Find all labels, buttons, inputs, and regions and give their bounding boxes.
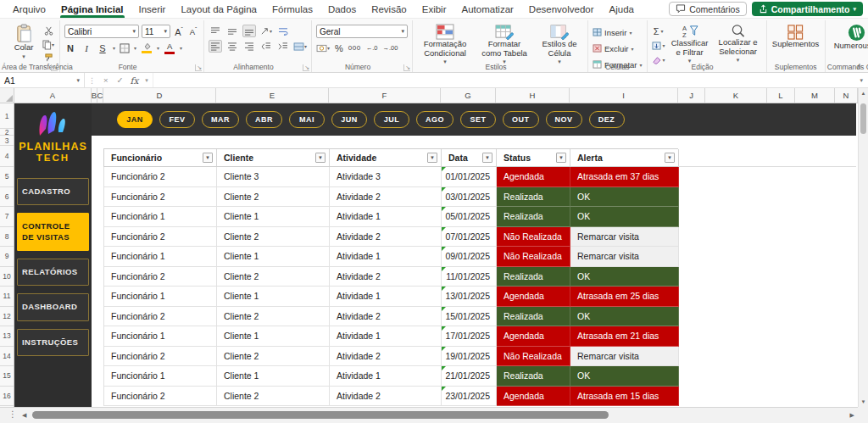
cell-funcionario[interactable]: Funcionário 2 [104, 167, 217, 187]
ribbon-tab[interactable]: Revisão [364, 0, 415, 18]
cell-alerta[interactable]: OK [570, 307, 679, 327]
ribbon-tab[interactable]: Desenvolvedor [521, 0, 602, 18]
cell-cliente[interactable]: Cliente 3 [217, 167, 330, 187]
addins-button[interactable]: Suplementos [771, 22, 821, 51]
align-top-button[interactable] [209, 25, 222, 37]
align-center-button[interactable] [225, 40, 239, 53]
font-color-button[interactable]: A [164, 42, 175, 54]
cell-atividade[interactable]: Atividade 2 [330, 307, 442, 327]
cell-atividade[interactable]: Atividade 1 [330, 326, 442, 347]
ribbon-tab[interactable]: Exibir [415, 0, 454, 18]
cell-alerta[interactable]: OK [570, 207, 679, 227]
month-button[interactable]: ABR [246, 111, 282, 128]
row-header[interactable]: 15 [0, 366, 14, 387]
ribbon-tab[interactable]: Página Inicial [53, 0, 131, 18]
cell-data[interactable]: 05/01/2025 [442, 207, 497, 227]
column-header[interactable]: A [14, 88, 92, 103]
column-header[interactable]: N [835, 88, 858, 103]
cell-status[interactable]: Agendada [497, 387, 570, 407]
orientation-button[interactable]: ▾ [259, 25, 273, 37]
bold-button[interactable]: N [64, 43, 76, 53]
cell-cliente[interactable]: Cliente 2 [217, 347, 330, 367]
row-header[interactable]: 1 [0, 103, 14, 129]
row-header[interactable]: 9 [0, 247, 14, 267]
row-header[interactable]: 14 [0, 347, 14, 367]
ribbon-tab[interactable]: Arquivo [5, 0, 53, 18]
month-button[interactable]: DEZ [589, 111, 625, 128]
cell-atividade[interactable]: Atividade 2 [330, 187, 442, 208]
vertical-scroll-thumb[interactable] [860, 103, 866, 134]
cell-data[interactable]: 15/01/2025 [442, 307, 497, 327]
cell-data[interactable]: 21/01/2025 [442, 366, 497, 387]
filter-icon[interactable]: ▼ [482, 153, 492, 163]
wrap-text-button[interactable] [276, 25, 290, 37]
scroll-down-icon[interactable]: ▼ [859, 399, 868, 404]
row-header[interactable]: 10 [0, 267, 14, 287]
scrollbar-splitter-icon[interactable]: ⋮ [8, 409, 17, 419]
sidebar-nav-item[interactable]: CADASTRO [17, 178, 89, 205]
month-button[interactable]: MAR [202, 111, 239, 128]
conditional-formatting-button[interactable]: Formatação Condicional ▾ [417, 22, 473, 67]
filter-icon[interactable]: ▼ [556, 153, 566, 163]
row-header[interactable]: 2 [0, 129, 14, 136]
cut-button[interactable] [42, 25, 55, 37]
shrink-font-button[interactable]: Aˇ [187, 26, 199, 36]
cell-status[interactable]: Realizada [497, 307, 570, 327]
cell-alerta[interactable]: Remarcar visita [570, 227, 679, 248]
column-header[interactable]: K [705, 88, 767, 103]
cell-status[interactable]: Realizada [497, 207, 570, 227]
column-header[interactable]: D [103, 88, 216, 103]
cell-funcionario[interactable]: Funcionário 2 [104, 307, 217, 327]
cell-funcionario[interactable]: Funcionário 2 [104, 267, 217, 287]
formula-input[interactable] [153, 73, 855, 87]
fill-button[interactable]: ▾ [652, 39, 665, 52]
dialog-launcher-icon[interactable]: ↘ [195, 64, 202, 71]
cell-funcionario[interactable]: Funcionário 2 [104, 187, 217, 208]
dialog-launcher-icon[interactable]: ↘ [51, 64, 58, 71]
grow-font-button[interactable]: Aˆ [173, 26, 185, 37]
cell-data[interactable]: 07/01/2025 [442, 227, 497, 248]
decrease-decimal-button[interactable]: →.00 [382, 42, 398, 54]
row-header[interactable]: 16 [0, 387, 14, 407]
enter-icon[interactable]: ✓ [113, 75, 128, 85]
filter-icon[interactable]: ▼ [203, 153, 213, 163]
cell-funcionario[interactable]: Funcionário 2 [104, 347, 217, 367]
month-button[interactable]: MAI [289, 111, 325, 128]
cell-alerta[interactable]: Atrasada em 21 dias [570, 326, 679, 347]
cell-status[interactable]: Agendada [497, 167, 570, 187]
ribbon-tab[interactable]: Layout da Página [173, 0, 264, 18]
accounting-format-button[interactable]: ▾ [316, 42, 330, 54]
row-header[interactable]: 4 [0, 146, 14, 167]
cell-atividade[interactable]: Atividade 2 [330, 267, 442, 287]
cell-styles-button[interactable]: Estilos de Célula ▾ [536, 22, 583, 67]
cell-data[interactable]: 13/01/2025 [442, 287, 497, 307]
collapse-ribbon-button[interactable]: ∧ [856, 63, 861, 70]
table-header-cell[interactable]: Funcionário ▼ [104, 149, 217, 166]
column-header[interactable]: I [570, 88, 678, 103]
fill-color-button[interactable] [141, 42, 153, 53]
sidebar-nav-item[interactable]: DASHBOARD [17, 293, 89, 320]
scroll-right-icon[interactable]: ▶ [850, 412, 854, 419]
cell-cliente[interactable]: Cliente 2 [217, 307, 330, 327]
cell-alerta[interactable]: OK [570, 366, 679, 387]
ribbon-tab[interactable]: Inserir [131, 0, 174, 18]
cell-alerta[interactable]: Remarcar visita [570, 247, 679, 267]
cell-status[interactable]: Realizada [497, 366, 570, 387]
table-header-cell[interactable]: Data ▼ [442, 149, 497, 166]
column-header[interactable]: L [767, 88, 795, 103]
cell-data[interactable]: 23/01/2025 [442, 387, 497, 407]
row-header[interactable]: 8 [0, 227, 14, 248]
format-as-table-button[interactable]: Formatar como Tabela ▾ [476, 22, 532, 67]
copy-button[interactable]: ▾ [42, 38, 55, 51]
expand-formula-bar-icon[interactable]: ▾ [854, 77, 868, 84]
increase-indent-button[interactable] [276, 40, 290, 53]
filter-icon[interactable]: ▼ [427, 153, 437, 163]
row-header[interactable]: 11 [0, 287, 14, 307]
cell-atividade[interactable]: Atividade 1 [330, 207, 442, 227]
cell-funcionario[interactable]: Funcionário 1 [104, 287, 217, 307]
cell-status[interactable]: Realizada [497, 187, 570, 208]
select-all-corner[interactable] [0, 88, 14, 103]
cell-data[interactable]: 03/01/2025 [442, 187, 497, 208]
cell-alerta[interactable]: Atrasada em 15 dias [570, 387, 679, 407]
cell-funcionario[interactable]: Funcionário 1 [104, 207, 217, 227]
